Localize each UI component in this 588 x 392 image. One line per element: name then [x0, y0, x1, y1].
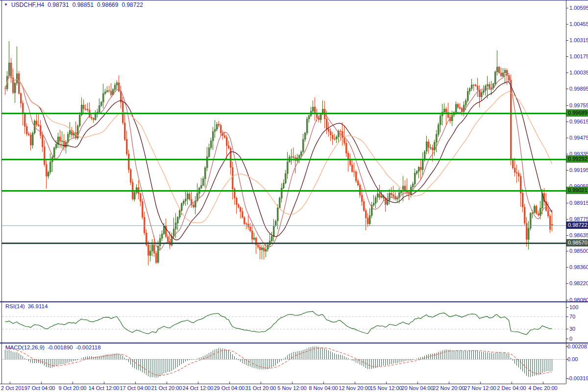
time-axis-label: 31 Oct 20:00 [245, 385, 276, 392]
price-axis-label: 0.98915 [569, 200, 588, 206]
macd-axis-label: 0.00 [567, 356, 578, 363]
rsi-axis-label: 0 [569, 336, 572, 342]
macd-indicator-label: MACD(12,26,9) -0.001890 -0.002118 [5, 344, 101, 350]
rsi-panel [2, 312, 566, 335]
time-axis-label: 15 Nov 12:00 [370, 385, 402, 392]
symbol-timeframe-label: USDCHF,H4 [11, 1, 44, 8]
time-axis-label: 4 Dec 20:00 [528, 385, 557, 392]
time-axis-label: 5 Nov 12:00 [277, 385, 306, 392]
price-axis-label: 1.00315 [569, 37, 588, 44]
price-axis-label: 0.98360 [569, 264, 588, 270]
level-price-tag: 0.98570 [566, 239, 588, 246]
price-axis-label: 0.99475 [569, 135, 588, 141]
price-axis-label: 0.98220 [569, 280, 588, 287]
chart-header: ▼ USDCHF,H4 0.98731 0.98851 0.98669 0.98… [4, 1, 143, 8]
time-axis-label: 12 Nov 20:00 [339, 385, 370, 392]
moving-average-line [5, 76, 552, 240]
rsi-axis-label: 100 [569, 304, 578, 311]
price-axis-label: 1.00455 [569, 21, 588, 27]
time-axis-label: 20 Nov 04:00 [401, 385, 433, 392]
price-axis-label: 0.99615 [569, 119, 588, 125]
level-price-tag: 0.99021 [566, 187, 588, 194]
price-axis-label: 1.00175 [569, 53, 588, 60]
rsi-name: RSI(14) [5, 303, 25, 309]
macd-name: MACD(12,26,9) [5, 344, 45, 350]
rsi-indicator-label: RSI(14) 36.9114 [5, 303, 48, 309]
rsi-axis-label: 30 [569, 326, 575, 332]
time-axis-label: 14 Oct 12:00 [89, 385, 120, 392]
macd-axis-label: -0.003199 [567, 375, 588, 382]
collapse-triangle-icon[interactable]: ▼ [4, 2, 8, 8]
macd-main-value: -0.001890 [48, 344, 73, 350]
time-axis-label: 2 Dec 04:00 [497, 385, 526, 392]
time-axis-label: 27 Nov 12:00 [464, 385, 496, 392]
price-axis-label: 0.99755 [569, 102, 588, 109]
rsi-current-value: 36.9114 [28, 303, 48, 309]
time-axis-label: 29 Oct 04:00 [214, 385, 245, 392]
macd-signal-value: -0.002118 [76, 344, 101, 350]
price-axis-label: 1.00595 [569, 5, 588, 11]
moving-average-line [5, 74, 552, 250]
ohlc-close-value: 0.98722 [122, 1, 143, 8]
main-price-panel [2, 41, 566, 265]
rsi-line [5, 312, 552, 335]
chart-window: ▼ USDCHF,H4 0.98731 0.98851 0.98669 0.98… [0, 0, 588, 392]
time-axis-label: 22 Nov 20:00 [433, 385, 465, 392]
price-axis-label: 0.99195 [569, 167, 588, 173]
ohlc-open-value: 0.98731 [48, 1, 69, 8]
time-axis-label: 17 Oct 04:00 [120, 385, 151, 392]
moving-average-line [5, 76, 552, 223]
time-axis-label: 8 Nov 04:00 [309, 385, 338, 392]
rsi-axis-label: 70 [569, 314, 575, 320]
time-axis-label: 21 Oct 20:00 [151, 385, 182, 392]
ohlc-high-value: 0.98851 [73, 1, 94, 8]
time-axis-label: 2 Oct 2019 [1, 385, 27, 392]
price-axis-label: 0.98635 [569, 232, 588, 239]
time-axis-label: 9 Oct 20:00 [59, 385, 87, 392]
macd-signal-line [5, 347, 552, 376]
level-price-tag: 0.99689 [566, 109, 588, 117]
price-axis-label: 0.98500 [569, 248, 588, 254]
current-price-tag: 0.98722 [566, 221, 588, 229]
ohlc-low-value: 0.98669 [97, 1, 118, 8]
price-axis-label: 1.00035 [569, 70, 588, 76]
time-axis-label: 24 Oct 12:00 [183, 385, 214, 392]
macd-panel [2, 346, 566, 378]
chart-canvas[interactable] [0, 0, 588, 392]
level-price-tag: 0.99292 [566, 155, 588, 163]
price-axis-label: 0.98080 [569, 297, 588, 303]
macd-axis-label: 0.002087 [567, 343, 588, 350]
price-axis-label: 0.99895 [569, 86, 588, 92]
time-axis-label: 7 Oct 04:00 [27, 385, 55, 392]
